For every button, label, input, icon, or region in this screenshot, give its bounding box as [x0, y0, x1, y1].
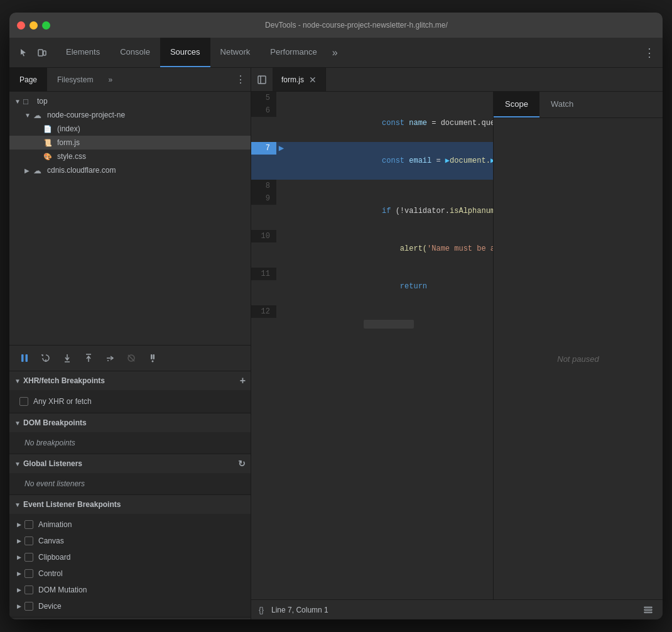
tree-arrow: ▶	[24, 167, 33, 174]
tab-more[interactable]: »	[327, 38, 343, 67]
status-settings-icon[interactable]	[641, 603, 655, 617]
dom-bp-header[interactable]: ▼ DOM Breakpoints	[9, 413, 251, 432]
tree-item-stylecss[interactable]: 🎨 style.css	[9, 150, 251, 163]
step-into-button[interactable]	[58, 349, 76, 367]
tab-performance[interactable]: Performance	[260, 38, 327, 67]
xhr-fetch-header[interactable]: ▼ XHR/fetch Breakpoints +	[9, 371, 251, 390]
close-button[interactable]	[17, 21, 25, 30]
minimize-button[interactable]	[30, 21, 38, 30]
event-dom-mutation[interactable]: ▶ DOM Mutation	[9, 582, 251, 598]
editor-tab-formjs[interactable]: form.js ✕	[273, 68, 326, 91]
ev-label: DOM Mutation	[38, 586, 87, 594]
file-icon: 📄	[43, 125, 55, 133]
not-paused-label: Not paused	[557, 354, 599, 364]
bp-indicator: ▶	[276, 142, 286, 155]
event-canvas[interactable]: ▶ Canvas	[9, 533, 251, 549]
svg-rect-7	[153, 354, 155, 359]
step-over-button[interactable]	[37, 349, 55, 367]
event-control[interactable]: ▶ Control	[9, 565, 251, 582]
code-content: const name = document.querySelectorAll('…	[286, 104, 493, 142]
device-icon[interactable]	[33, 44, 51, 62]
global-listeners-header[interactable]: ▼ Global Listeners ↻	[9, 454, 251, 473]
ev-checkbox[interactable]	[24, 553, 33, 562]
status-position: Line 7, Column 1	[271, 606, 328, 614]
subtab-filesystem[interactable]: Filesystem	[47, 68, 103, 91]
watch-tab[interactable]: Watch	[539, 92, 585, 117]
traffic-lights	[17, 21, 50, 30]
status-format[interactable]: {}	[259, 606, 264, 614]
code-line-7: 7 ▶ const email = ▶document.▶querySelect…	[251, 142, 493, 180]
global-arrow: ▼	[14, 460, 23, 467]
window-title: DevTools - node-course-project-newslette…	[58, 21, 655, 30]
ev-label: Clipboard	[38, 553, 70, 562]
xhr-checkbox[interactable]	[19, 397, 28, 406]
line-number: 10	[251, 230, 276, 242]
kebab-menu[interactable]: ⋮	[636, 38, 663, 67]
breakpoints-panel: ▼ XHR/fetch Breakpoints + Any XHR or fet…	[9, 371, 251, 619]
tree-item-top[interactable]: ▼ □ top	[9, 94, 251, 108]
editor-tab-close[interactable]: ✕	[309, 75, 317, 85]
step-button[interactable]	[101, 349, 119, 367]
pause-on-exceptions-button[interactable]	[144, 349, 161, 367]
code-content: alert('Name must be alphanumeric and be	[286, 230, 493, 268]
xhr-add-button[interactable]: +	[240, 375, 246, 386]
step-out-button[interactable]	[80, 349, 97, 367]
tab-console[interactable]: Console	[110, 38, 160, 67]
debugger-toolbar	[9, 345, 251, 371]
xhr-content: Any XHR or fetch	[9, 390, 251, 413]
scope-tab[interactable]: Scope	[494, 92, 539, 117]
event-device[interactable]: ▶ Device	[9, 598, 251, 614]
fullscreen-button[interactable]	[42, 21, 50, 30]
ev-label: Device	[38, 602, 62, 611]
event-clipboard[interactable]: ▶ Clipboard	[9, 549, 251, 565]
code-editor[interactable]: 5 6 const name = document.querySelectorA…	[251, 92, 493, 599]
subtab-page[interactable]: Page	[9, 68, 47, 91]
tab-elements[interactable]: Elements	[56, 38, 110, 67]
ev-checkbox[interactable]	[24, 520, 33, 529]
xhr-item-label: Any XHR or fetch	[33, 397, 92, 406]
ev-label: Canvas	[38, 537, 64, 545]
editor-tabbar: form.js ✕	[251, 68, 663, 92]
tree-item-cloudflare[interactable]: ▶ ☁ cdnis.cloudflare.com	[9, 163, 251, 177]
tree-item-index[interactable]: 📄 (index)	[9, 122, 251, 136]
ev-label: Animation	[38, 520, 72, 529]
scrollbar-thumb	[364, 320, 414, 329]
folder-icon: □	[23, 97, 35, 106]
event-listener-section: ▼ Event Listener Breakpoints ▶ Animation…	[9, 495, 251, 618]
dom-empty-text: No breakpoints	[24, 439, 75, 447]
left-panel: Page Filesystem » ⋮ ▼ □ top ▼ ☁	[9, 68, 251, 619]
cursor-icon[interactable]	[14, 44, 32, 62]
event-animation[interactable]: ▶ Animation	[9, 516, 251, 533]
svg-rect-11	[644, 607, 652, 608]
editor-back-icon[interactable]	[251, 68, 273, 91]
tree-label: top	[37, 97, 246, 106]
svg-rect-9	[258, 76, 266, 84]
ev-checkbox[interactable]	[24, 569, 33, 578]
pause-button[interactable]	[16, 349, 33, 367]
scope-content: Not paused	[494, 118, 663, 599]
tab-sources[interactable]: Sources	[160, 38, 210, 67]
ev-arrow: ▶	[17, 538, 24, 544]
devtools-window: DevTools - node-course-project-newslette…	[9, 13, 663, 619]
event-listener-header[interactable]: ▼ Event Listener Breakpoints	[9, 495, 251, 514]
ev-checkbox[interactable]	[24, 602, 33, 611]
subtab-more[interactable]: »	[103, 68, 117, 91]
code-line-8: 8	[251, 180, 493, 192]
ev-checkbox[interactable]	[24, 537, 33, 545]
refresh-icon[interactable]: ↻	[238, 459, 246, 469]
xhr-any-item[interactable]: Any XHR or fetch	[9, 393, 251, 410]
event-arrow: ▼	[14, 501, 23, 508]
tab-network[interactable]: Network	[210, 38, 261, 67]
subtab-menu-icon[interactable]: ⋮	[230, 68, 251, 91]
tree-item-node-course[interactable]: ▼ ☁ node-course-project-ne	[9, 108, 251, 122]
ev-arrow: ▶	[17, 554, 24, 560]
global-listeners-section: ▼ Global Listeners ↻ No event listeners	[9, 454, 251, 495]
line-number: 11	[251, 268, 276, 280]
tree-item-formjs[interactable]: 📜 form.js	[9, 136, 251, 150]
deactivate-button[interactable]	[122, 349, 140, 367]
ev-checkbox[interactable]	[24, 586, 33, 594]
line-number: 5	[251, 92, 276, 104]
xhr-arrow: ▼	[14, 378, 23, 384]
line-number: 6	[251, 104, 276, 117]
main-content: Page Filesystem » ⋮ ▼ □ top ▼ ☁	[9, 68, 663, 619]
